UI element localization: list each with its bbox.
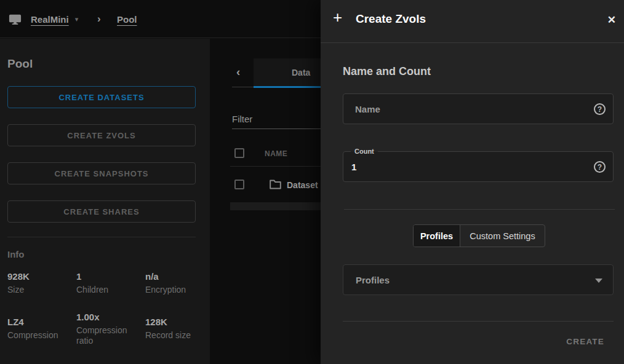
breadcrumb-page-link[interactable]: Pool <box>117 0 137 38</box>
dropdown-caret-icon <box>595 279 602 283</box>
back-chevron-icon[interactable]: ‹ <box>236 65 240 79</box>
name-help-icon[interactable]: ? <box>594 103 606 115</box>
breadcrumb-host-link[interactable]: RealMini <box>31 14 69 25</box>
settings-tab-group: Profiles Custom Settings <box>413 224 545 247</box>
footer-divider <box>343 321 614 322</box>
selected-row-highlight <box>230 202 321 210</box>
count-help-icon[interactable]: ? <box>594 161 606 173</box>
dataset-row-label[interactable]: Dataset <box>287 180 318 190</box>
create-shares-button[interactable]: CREATE SHARES <box>7 200 196 223</box>
name-input[interactable] <box>355 94 589 124</box>
form-divider <box>344 209 615 210</box>
tab-data[interactable]: Data <box>292 68 310 77</box>
count-field[interactable]: Count ? <box>343 151 614 182</box>
stat-children: 1 Children <box>76 271 145 296</box>
stat-compression: LZ4 Compression <box>7 317 76 341</box>
computer-icon <box>8 12 22 26</box>
folder-icon <box>269 179 282 192</box>
create-snapshots-button[interactable]: CREATE SNAPSHOTS <box>7 162 196 184</box>
profiles-select-label: Profiles <box>356 275 390 285</box>
page-title: Pool <box>7 57 33 71</box>
close-icon[interactable]: ✕ <box>604 12 620 28</box>
data-tab-background <box>254 58 321 86</box>
datasets-panel: ‹ Data NAME Dataset <box>210 38 321 364</box>
info-section-title: Info <box>7 249 25 259</box>
stat-record-size: 128K Record size <box>145 317 197 341</box>
stat-size: 928K Size <box>7 271 76 296</box>
count-input[interactable] <box>351 152 585 181</box>
info-stats-grid: 928K Size 1 Children n/a Encryption LZ4 … <box>7 271 197 347</box>
create-button[interactable]: CREATE <box>566 337 604 346</box>
host-caret-down-icon[interactable]: ▾ <box>75 15 79 23</box>
create-zvols-modal: + Create Zvols ✕ Name and Count ? Count … <box>321 0 624 364</box>
modal-title: Create Zvols <box>356 12 426 26</box>
plus-icon: + <box>333 9 342 25</box>
row-checkbox[interactable] <box>234 180 244 189</box>
stat-encryption: n/a Encryption <box>145 271 197 296</box>
sidebar-divider <box>7 237 196 237</box>
create-zvols-button[interactable]: CREATE ZVOLS <box>7 124 196 146</box>
section-title: Name and Count <box>343 65 431 78</box>
name-field[interactable]: ? <box>343 93 614 124</box>
tab-custom-settings[interactable]: Custom Settings <box>460 225 545 247</box>
breadcrumb: RealMini ▾ <box>8 0 78 38</box>
pool-sidebar: Pool CREATE DATASETS CREATE ZVOLS CREATE… <box>0 39 210 364</box>
tab-profiles[interactable]: Profiles <box>414 225 460 247</box>
breadcrumb-chevron-icon: › <box>97 0 101 38</box>
stat-compression-ratio: 1.00x Compression ratio <box>76 312 145 347</box>
tabbar-baseline <box>232 87 254 87</box>
create-datasets-button[interactable]: CREATE DATASETS <box>7 86 196 108</box>
profiles-select[interactable]: Profiles <box>343 264 614 295</box>
modal-header: + Create Zvols ✕ <box>321 0 624 43</box>
active-tab-indicator <box>254 86 321 88</box>
name-column-header: NAME <box>265 149 287 158</box>
app-screen: RealMini ▾ › Pool Pool CREATE DATASETS C… <box>0 0 624 364</box>
table-header-divider <box>230 166 321 167</box>
filter-input[interactable] <box>232 109 321 129</box>
select-all-checkbox[interactable] <box>234 148 244 158</box>
